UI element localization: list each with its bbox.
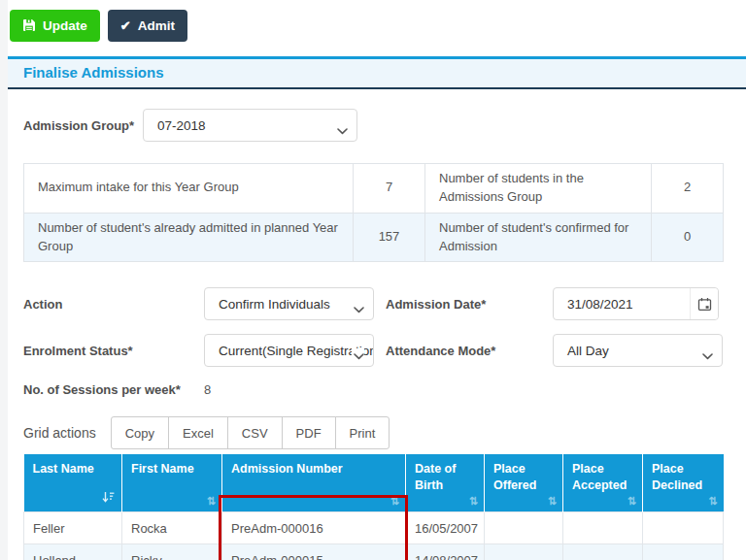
toolbar: Update ✔ Admit	[0, 0, 746, 42]
sessions-row: No. of Sessions per week* 8	[23, 382, 723, 399]
admission-date-group	[553, 287, 719, 320]
first-name-cell: Rocka	[122, 512, 222, 544]
grid-actions-label: Grid actions	[23, 425, 96, 441]
action-label: Action	[23, 297, 204, 312]
student-row[interactable]: Feller Rocka PreAdm-000016 16/05/2007	[24, 512, 724, 544]
panel-body: Admission Group* 07-2018 Maximum intake …	[0, 89, 746, 560]
admission-group-row: Admission Group* 07-2018	[23, 109, 723, 142]
sort-both-icon: ⇅	[548, 494, 557, 509]
admission-date-label: Admission Date*	[374, 297, 553, 312]
chevron-down-icon	[702, 348, 713, 363]
save-icon	[22, 18, 36, 34]
student-row[interactable]: Holland Ricky PreAdm-000015 14/08/2007	[24, 544, 724, 560]
action-row: Action Confirm Individuals Admission Dat…	[23, 287, 723, 320]
column-header-date-of-birth[interactable]: Date of Birth ⇅	[406, 454, 485, 511]
place-offered-cell	[485, 512, 563, 544]
first-name-cell: Ricky	[122, 544, 222, 560]
sessions-per-week-label: No. of Sessions per week*	[23, 382, 204, 397]
students-table-wrap: Last Name First Name ⇅ Admission Number …	[23, 454, 723, 560]
panel-title: Finalise Admissions	[0, 59, 746, 89]
sort-both-icon: ⇅	[207, 494, 216, 509]
column-header-last-name[interactable]: Last Name	[24, 454, 122, 511]
sort-both-icon: ⇅	[469, 494, 478, 509]
summary-label: Number of student's confirmed for Admiss…	[425, 213, 652, 262]
place-offered-cell	[485, 544, 563, 560]
sort-both-icon: ⇅	[390, 494, 399, 509]
sort-both-icon: ⇅	[708, 494, 717, 509]
admission-group-label: Admission Group*	[23, 118, 143, 133]
calendar-icon[interactable]	[690, 288, 718, 319]
admission-group-value: 07-2018	[157, 118, 206, 133]
enrolment-status-select[interactable]: Current(Single Registration)	[204, 334, 374, 367]
print-button[interactable]: Print	[335, 416, 390, 449]
place-accepted-cell	[563, 512, 643, 544]
sessions-per-week-value: 8	[204, 382, 211, 397]
place-accepted-cell	[563, 544, 643, 560]
chevron-down-icon	[352, 348, 364, 363]
admissions-summary-table: Maximum intake for this Year Group 7 Num…	[23, 163, 724, 262]
date-of-birth-cell: 16/05/2007	[406, 512, 485, 544]
update-button[interactable]: Update	[10, 10, 100, 42]
summary-label: Number of student's already admitted in …	[24, 213, 354, 262]
last-name-cell: Holland	[24, 544, 122, 560]
chevron-down-icon	[354, 302, 364, 316]
grid-actions-button-group: Copy Excel CSV PDF Print	[111, 416, 390, 449]
summary-value: 157	[354, 213, 425, 262]
chevron-down-icon	[337, 123, 348, 138]
action-select[interactable]: Confirm Individuals	[204, 287, 374, 320]
enrolment-status-label: Enrolment Status*	[23, 344, 204, 358]
enrolment-row: Enrolment Status* Current(Single Registr…	[23, 334, 723, 367]
pdf-button[interactable]: PDF	[282, 416, 336, 449]
place-declined-cell	[643, 512, 724, 544]
column-header-first-name[interactable]: First Name ⇅	[122, 454, 222, 511]
column-header-place-accepted[interactable]: Place Accepted ⇅	[563, 454, 643, 511]
summary-label: Number of students in the Admissions Gro…	[425, 164, 652, 214]
attendance-mode-select[interactable]: All Day	[553, 334, 723, 367]
enrolment-status-value: Current(Single Registration)	[219, 344, 374, 358]
column-header-admission-number[interactable]: Admission Number ⇅	[222, 454, 406, 511]
page-left-gutter	[0, 0, 8, 560]
admit-button[interactable]: ✔ Admit	[108, 10, 187, 42]
update-button-label: Update	[43, 18, 87, 33]
column-header-place-offered[interactable]: Place Offered ⇅	[485, 454, 563, 511]
summary-value: 2	[652, 164, 724, 214]
summary-label: Maximum intake for this Year Group	[24, 164, 354, 214]
last-name-cell: Feller	[24, 512, 122, 544]
action-value: Confirm Individuals	[219, 297, 330, 312]
admission-date-input[interactable]	[554, 288, 690, 319]
sort-both-icon: ⇅	[627, 494, 636, 509]
check-icon: ✔	[120, 19, 131, 32]
grid-actions: Grid actions Copy Excel CSV PDF Print	[23, 416, 723, 449]
students-table: Last Name First Name ⇅ Admission Number …	[23, 454, 724, 560]
excel-button[interactable]: Excel	[168, 416, 228, 449]
summary-row: Maximum intake for this Year Group 7 Num…	[24, 164, 724, 214]
admission-number-cell: PreAdm-000016	[222, 512, 406, 544]
place-declined-cell	[643, 544, 724, 560]
admission-number-cell: PreAdm-000015	[222, 544, 406, 560]
admission-group-select[interactable]: 07-2018	[143, 109, 357, 142]
column-header-place-declined[interactable]: Place Declined ⇅	[643, 454, 724, 511]
summary-row: Number of student's already admitted in …	[24, 213, 724, 262]
copy-button[interactable]: Copy	[111, 416, 169, 449]
students-table-header-row: Last Name First Name ⇅ Admission Number …	[24, 454, 724, 511]
sort-amount-icon	[102, 491, 115, 508]
attendance-mode-label: Attendance Mode*	[374, 344, 553, 358]
summary-value: 0	[652, 213, 724, 262]
summary-value: 7	[354, 164, 425, 214]
date-of-birth-cell: 14/08/2007	[406, 544, 485, 560]
finalise-admissions-panel: Finalise Admissions Admission Group* 07-…	[0, 56, 746, 560]
attendance-mode-value: All Day	[567, 344, 609, 358]
csv-button[interactable]: CSV	[227, 416, 283, 449]
admit-button-label: Admit	[138, 18, 175, 33]
